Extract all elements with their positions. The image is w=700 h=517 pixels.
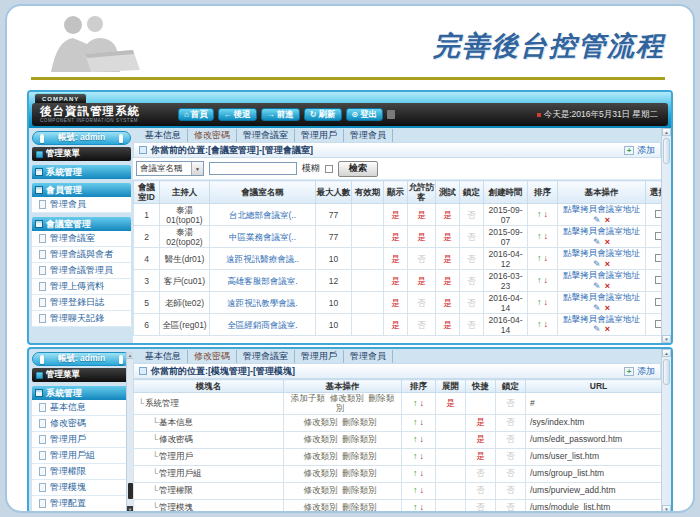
tab-manage-users[interactable]: 管理用戶	[295, 129, 344, 142]
sidebar-item[interactable]: 管理用戶	[32, 432, 131, 448]
sort-down-icon[interactable]: ↓	[420, 417, 425, 427]
sidebar-item[interactable]: 管理聊天記錄	[32, 311, 131, 327]
op-link[interactable]: 修改類別	[304, 417, 338, 427]
sort-up-icon[interactable]: ↑	[413, 485, 418, 495]
edit-icon[interactable]: ✎	[593, 303, 601, 313]
delete-icon[interactable]: ×	[605, 259, 610, 269]
tab-manage-members[interactable]: 管理會員	[344, 350, 393, 363]
sort-up-icon[interactable]: ↑	[537, 275, 542, 285]
scroll-thumb[interactable]	[128, 483, 133, 499]
sidebar-item[interactable]: 修改密碼	[32, 416, 131, 432]
sort-up-icon[interactable]: ↑	[537, 209, 542, 219]
sidebar-scrollbar[interactable]: ▲ ▼	[126, 352, 133, 513]
sort-down-icon[interactable]: ↓	[420, 485, 425, 495]
sort-down-icon[interactable]: ↓	[544, 319, 549, 329]
nav-button-forward[interactable]: →前進	[261, 108, 300, 121]
delete-icon[interactable]: ×	[605, 303, 610, 313]
sort-up-icon[interactable]: ↑	[537, 231, 542, 241]
fuzzy-checkbox[interactable]	[325, 165, 333, 173]
delete-icon[interactable]: ×	[605, 324, 610, 334]
scroll-down-icon[interactable]: ▼	[662, 335, 671, 343]
op-link[interactable]: 修改類別	[304, 451, 338, 461]
sort-down-icon[interactable]: ↓	[420, 451, 425, 461]
scroll-up-icon[interactable]: ▲	[662, 128, 671, 136]
sidebar-group[interactable]: 系統管理	[32, 165, 131, 179]
nav-button-refresh[interactable]: ↻刷新	[304, 108, 342, 121]
sidebar-item[interactable]: 管理會議管理員	[32, 263, 131, 279]
sidebar-item[interactable]: 基本信息	[32, 400, 131, 416]
op-link[interactable]: 刪除類別	[343, 485, 377, 495]
room-link[interactable]: 遠距視訊醫療會議..	[226, 254, 299, 264]
scroll-up-icon[interactable]: ▲	[662, 349, 671, 357]
tab-basic-info[interactable]: 基本信息	[139, 350, 188, 363]
op-link[interactable]: 刪除類別	[343, 451, 377, 461]
sort-up-icon[interactable]: ↑	[537, 297, 542, 307]
copy-room-link[interactable]: 點擊拷貝會議室地址	[559, 204, 644, 214]
room-link[interactable]: 台北總部會議室(..	[229, 210, 296, 220]
search-input[interactable]	[209, 162, 297, 175]
scrollbar-2[interactable]: ▲ ▼	[661, 349, 671, 513]
sort-down-icon[interactable]: ↓	[420, 434, 425, 444]
op-link[interactable]: 添加子類	[291, 393, 325, 403]
room-link[interactable]: 高雄客服部會議室.	[227, 276, 297, 286]
sort-down-icon[interactable]: ↓	[544, 231, 549, 241]
tab-manage-members[interactable]: 管理會員	[344, 129, 393, 142]
delete-icon[interactable]: ×	[605, 281, 610, 291]
edit-icon[interactable]: ✎	[593, 324, 601, 334]
sidebar-item[interactable]: 管理會議與會者	[32, 247, 131, 263]
search-field-select[interactable]: 會議室名稱 ▼	[136, 161, 204, 176]
sidebar-item[interactable]: 管理會議室	[32, 231, 131, 247]
op-link[interactable]: 修改類別	[304, 485, 338, 495]
room-link[interactable]: 中區業務會議室(..	[229, 232, 296, 242]
sort-up-icon[interactable]: ↑	[413, 468, 418, 478]
op-link[interactable]: 刪除類別	[343, 468, 377, 478]
tab-manage-rooms[interactable]: 管理會議室	[237, 129, 295, 142]
tab-change-password[interactable]: 修改密碼	[188, 350, 237, 363]
sidebar-item[interactable]: 管理模塊	[32, 480, 131, 496]
sort-down-icon[interactable]: ↓	[420, 468, 425, 478]
sidebar-item[interactable]: 管理會員	[32, 197, 131, 213]
sort-up-icon[interactable]: ↑	[413, 417, 418, 427]
op-link[interactable]: 修改類別	[304, 434, 338, 444]
scroll-down-icon[interactable]: ▼	[127, 506, 133, 513]
sidebar-item[interactable]: 管理權限	[32, 464, 131, 480]
delete-icon[interactable]: ×	[605, 237, 610, 247]
sidebar-group[interactable]: 會議室管理	[32, 217, 131, 231]
copy-room-link[interactable]: 點擊拷貝會議室地址	[559, 292, 644, 302]
sort-down-icon[interactable]: ↓	[544, 275, 549, 285]
scroll-thumb[interactable]	[663, 138, 670, 164]
scroll-up-icon[interactable]: ▲	[127, 352, 133, 359]
add-button[interactable]: + 添加	[624, 365, 655, 378]
sort-up-icon[interactable]: ↑	[413, 451, 418, 461]
sort-up-icon[interactable]: ↑	[537, 253, 542, 263]
edit-icon[interactable]: ✎	[593, 215, 601, 225]
room-link[interactable]: 全區經銷商會議室.	[227, 320, 297, 330]
edit-icon[interactable]: ✎	[593, 237, 601, 247]
copy-room-link[interactable]: 點擊拷貝會議室地址	[559, 248, 644, 258]
sort-up-icon[interactable]: ↑	[413, 398, 418, 408]
sidebar-group-system[interactable]: 系統管理	[32, 386, 131, 400]
sidebar-group[interactable]: 會員管理	[32, 183, 131, 197]
scroll-thumb[interactable]	[663, 359, 670, 385]
nav-button-logout[interactable]: ⊙登出	[346, 108, 384, 121]
op-link[interactable]: 修改類別	[304, 468, 338, 478]
edit-icon[interactable]: ✎	[593, 281, 601, 291]
sidebar-item[interactable]: 管理配置	[32, 496, 131, 512]
delete-icon[interactable]: ×	[605, 215, 610, 225]
op-link[interactable]: 修改類別	[304, 502, 338, 512]
op-link[interactable]: 刪除類別	[343, 502, 377, 512]
copy-room-link[interactable]: 點擊拷貝會議室地址	[559, 314, 644, 324]
nav-button-back[interactable]: ←後退	[218, 108, 257, 121]
tab-manage-users[interactable]: 管理用戶	[295, 350, 344, 363]
tab-manage-rooms[interactable]: 管理會議室	[237, 350, 295, 363]
op-link[interactable]: 刪除類別	[343, 417, 377, 427]
room-link[interactable]: 遠距視訊教學會議.	[227, 298, 297, 308]
add-button[interactable]: + 添加	[624, 144, 655, 157]
edit-icon[interactable]: ✎	[593, 259, 601, 269]
sort-down-icon[interactable]: ↓	[544, 253, 549, 263]
sidebar-item[interactable]: 管理用戶組	[32, 448, 131, 464]
nav-button-home[interactable]: ⌂首頁	[178, 108, 214, 121]
sort-down-icon[interactable]: ↓	[420, 502, 425, 512]
nav-extra-icon[interactable]	[387, 110, 395, 119]
sidebar-item[interactable]: 管理登錄日誌	[32, 295, 131, 311]
